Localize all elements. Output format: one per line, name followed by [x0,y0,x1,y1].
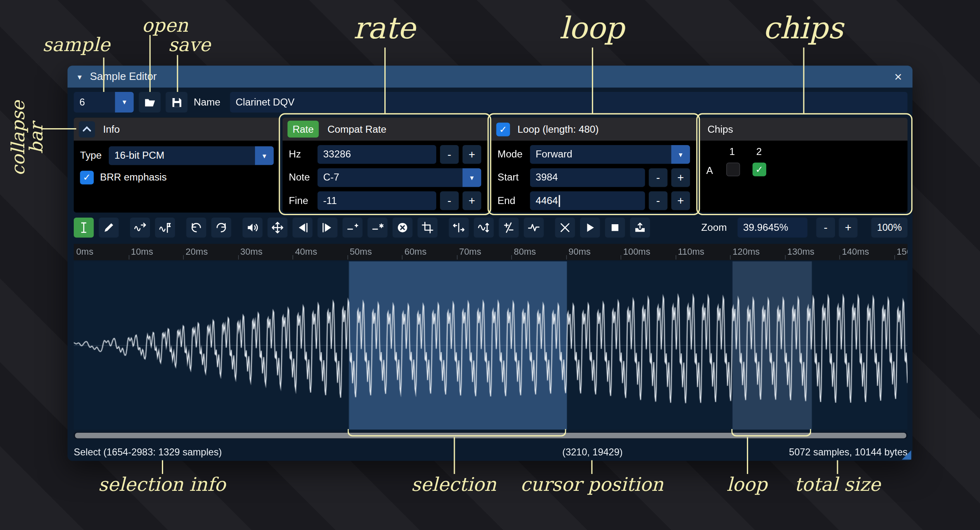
waveform-canvas[interactable] [74,261,907,429]
zoom-in-button[interactable]: + [839,218,858,238]
brr-emphasis-checkbox[interactable]: ✓ [80,171,94,184]
info-collapse-button[interactable] [79,121,95,137]
chip-column-1-label: 1 [730,145,735,159]
loop-end-decrease-button[interactable]: - [649,191,668,210]
close-icon: × [894,69,902,84]
annotation-selection-info: selection info [81,475,243,494]
timeline-tick [347,255,348,260]
apply-silence-button[interactable] [367,218,388,238]
loop-start-decrease-button[interactable]: - [649,168,668,187]
preview-icon [584,221,596,234]
scrollbar-thumb[interactable] [75,433,906,439]
preview-button[interactable] [580,218,600,238]
annotation-open: open [121,16,208,35]
loop-enable-checkbox[interactable]: ✓ [496,122,510,136]
rate-panel: Rate Compat Rate Hz 33286 - + Note C-7 ▼… [283,117,489,213]
chevron-down-icon: ▼ [678,151,684,158]
floppy-disk-icon [170,96,182,108]
window-collapse-icon[interactable]: ▼ [76,73,83,80]
zoom-input[interactable]: 39.9645% [737,218,807,238]
timeline-label: 30ms [240,246,262,256]
chevron-down-icon: ▼ [261,152,267,159]
create-instrument-button[interactable] [630,218,650,238]
amplify-button[interactable] [243,218,263,238]
crosscut-button[interactable] [555,218,575,238]
annotation-loop: loop [529,12,654,42]
save-button[interactable] [166,92,187,113]
resize-grip[interactable] [902,450,911,460]
redo-icon [215,221,227,234]
zoom-out-button[interactable]: - [816,218,835,238]
loop-end-increase-button[interactable]: + [671,191,690,210]
resample-button[interactable] [155,218,175,238]
chip-2-checkbox[interactable]: ✓ [753,162,766,176]
stop-button[interactable] [605,218,625,238]
sign-exchange-button[interactable] [499,218,519,238]
create-instrument-icon [634,221,646,234]
insert-silence-button[interactable] [342,218,363,238]
timeline-tick [566,255,567,260]
fade-out-button[interactable] [318,218,338,238]
normalize-button[interactable] [267,218,288,238]
folder-open-icon [143,96,156,108]
filter-icon [528,221,540,234]
fine-increase-button[interactable]: + [463,191,482,210]
invert-button[interactable] [474,218,494,238]
sample-number-value: 6 [80,96,85,108]
hz-increase-button[interactable]: + [463,145,482,164]
note-select[interactable]: C-7 ▼ [318,168,482,187]
timeline-label: 90ms [568,246,591,256]
loop-start-input[interactable]: 3984 [530,168,645,187]
titlebar[interactable]: ▼ Sample Editor × [68,66,912,87]
resize-button[interactable] [130,218,150,238]
loop-start-increase-button[interactable]: + [671,168,690,187]
select-icon [77,221,90,234]
timeline-label: 10ms [131,246,153,256]
chip-1-checkbox[interactable] [726,162,740,176]
timeline-tick [675,255,676,260]
timeline-label: 140ms [842,246,869,256]
annotation-total-size: total size [755,475,919,494]
open-button[interactable] [139,92,161,113]
draw-button[interactable] [99,218,119,238]
name-label: Name [194,92,220,113]
redo-button[interactable] [211,218,232,238]
rate-badge-button[interactable]: Rate [288,121,319,138]
filter-button[interactable] [524,218,544,238]
fine-input[interactable]: -11 [318,191,436,210]
chips-panel: Chips 1 2 A ✓ [700,117,907,213]
select-button[interactable] [74,218,94,238]
info-panel: Info Type 16-bit PCM ▼ ✓ BRR emphasis [74,117,280,213]
fine-decrease-button[interactable]: - [440,191,459,210]
timeline-tick [621,255,622,260]
timeline-label: 50ms [350,246,372,256]
invert-icon [477,221,490,234]
fade-in-button[interactable] [292,218,313,238]
loop-mode-value: Forward [536,149,572,160]
sample-number-select[interactable]: 6 ▼ [74,92,134,113]
name-input[interactable]: Clarinet DQV [230,92,907,113]
loop-mode-select[interactable]: Forward ▼ [530,145,690,164]
loop-panel-header: ✓ Loop (length: 480) [491,117,698,141]
trim-button[interactable] [418,218,438,238]
timeline-label: 100ms [623,246,650,256]
zoom-reset-button[interactable]: 100% [871,218,907,238]
undo-button[interactable] [186,218,206,238]
hz-input[interactable]: 33286 [318,145,436,164]
close-button[interactable]: × [890,68,906,84]
hz-decrease-button[interactable]: - [440,145,459,164]
chip-column-2-label: 2 [756,145,762,159]
fade-in-icon [296,221,309,234]
type-select[interactable]: 16-bit PCM ▼ [109,146,274,165]
loop-end-input[interactable]: 4464 [530,191,645,210]
total-size-status: 5072 samples, 10144 bytes [789,443,907,461]
reverse-button[interactable] [449,218,469,238]
annotation-sample: sample [33,35,120,54]
zoom-label: Zoom [701,218,727,238]
timeline-tick [785,255,786,260]
delete-button[interactable] [393,218,413,238]
timeline-tick [840,255,840,260]
loop-panel-title: Loop (length: 480) [517,124,599,135]
annotation-chips: chips [741,12,865,42]
timeline-label: 0ms [76,246,94,256]
